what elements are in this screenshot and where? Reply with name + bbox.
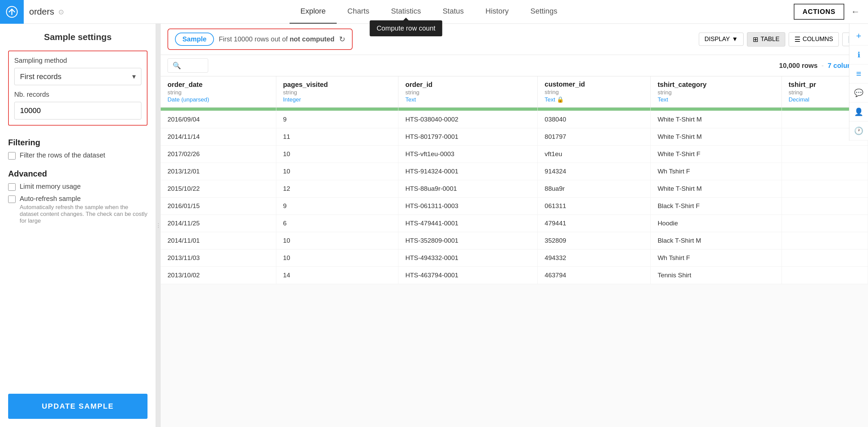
cell-customer_id: 801797: [538, 128, 651, 146]
dataset-name: orders: [29, 6, 54, 17]
brand-icon[interactable]: [0, 0, 24, 24]
tab-explore[interactable]: Explore: [290, 0, 337, 24]
actions-button[interactable]: ACTIONS: [794, 4, 844, 20]
col-header-tshirt-category: tshirt_category string Text: [651, 76, 782, 108]
cell-customer_id: 038040: [538, 111, 651, 128]
table-header-row: order_date string Date (unparsed) pages_…: [161, 76, 868, 108]
cell-tshirt_pr: [782, 267, 868, 284]
sample-bar: Sample First 10000 rows out of not compu…: [161, 24, 868, 55]
table-grid-icon: ⊞: [753, 35, 758, 43]
sample-bar-border: Sample First 10000 rows out of not compu…: [167, 29, 353, 50]
user-icon-btn[interactable]: 👤: [849, 103, 868, 122]
chat-icon-btn[interactable]: 💬: [849, 83, 868, 103]
table-row: 2015/10/2212HTS-88ua9r-000188ua9rWhite T…: [161, 180, 868, 198]
filter-cell-4: [538, 108, 651, 111]
sample-badge[interactable]: Sample: [175, 33, 214, 46]
filter-rows-checkbox[interactable]: [8, 152, 16, 160]
limit-memory-checkbox[interactable]: [8, 183, 16, 191]
auto-refresh-sublabel: Automatically refresh the sample when th…: [20, 204, 147, 224]
top-nav: orders ⊙ Explore Charts Statistics Compu…: [0, 0, 868, 24]
cell-order_id: HTS-061311-0003: [398, 198, 538, 215]
cell-tshirt_pr: [782, 198, 868, 215]
cell-order_id: HTS-801797-0001: [398, 128, 538, 146]
sample-info-text: First 10000 rows out of not computed: [219, 35, 334, 43]
cell-order_date: 2014/11/14: [161, 128, 276, 146]
cell-pages_visited: 10: [276, 163, 398, 180]
cell-tshirt_category: Wh Tshirt F: [651, 163, 782, 180]
add-icon-btn[interactable]: +: [849, 26, 868, 45]
back-button[interactable]: ←: [851, 6, 860, 17]
cell-pages_visited: 10: [276, 249, 398, 267]
auto-refresh-label: Auto-refresh sample: [20, 195, 147, 203]
filtering-title: Filtering: [8, 138, 147, 147]
cell-tshirt_category: White T-Shirt F: [651, 146, 782, 163]
table-row: 2014/11/0110HTS-352809-0001352809Black T…: [161, 232, 868, 249]
cell-tshirt_pr: [782, 249, 868, 267]
table-row: 2013/10/0214HTS-463794-0001463794Tennis …: [161, 267, 868, 284]
toolbar-right-controls: DISPLAY ▼ ⊞ TABLE ☰ COLUMNS 📊: [699, 32, 861, 47]
cell-tshirt_category: Wh Tshirt F: [651, 249, 782, 267]
cell-tshirt_pr: [782, 163, 868, 180]
dataset-refresh-icon[interactable]: ⊙: [58, 8, 64, 16]
table-row: 2014/11/256HTS-479441-0001479441Hoodie: [161, 215, 868, 232]
refresh-icon[interactable]: ↻: [339, 35, 345, 44]
data-table-wrapper: order_date string Date (unparsed) pages_…: [161, 76, 868, 427]
panel-title: Sample settings: [8, 32, 147, 42]
cell-pages_visited: 10: [276, 146, 398, 163]
cell-tshirt_pr: [782, 215, 868, 232]
table-row: 2017/02/2610HTS-vft1eu-0003vft1euWhite T…: [161, 146, 868, 163]
table-body: 2016/09/049HTS-038040-0002038040White T-…: [161, 111, 868, 284]
cell-tshirt_pr: [782, 146, 868, 163]
cell-tshirt_category: Tennis Shirt: [651, 267, 782, 284]
auto-refresh-checkbox[interactable]: [8, 196, 16, 203]
cell-customer_id: 463794: [538, 267, 651, 284]
cell-order_date: 2016/09/04: [161, 111, 276, 128]
display-button[interactable]: DISPLAY ▼: [699, 33, 744, 46]
tab-settings[interactable]: Settings: [519, 0, 568, 24]
cell-customer_id: 88ua9r: [538, 180, 651, 198]
auto-refresh-row: Auto-refresh sample Automatically refres…: [8, 195, 147, 224]
sampling-method-select[interactable]: First records Random Stratified: [15, 68, 141, 85]
cell-order_date: 2013/12/01: [161, 163, 276, 180]
table-row: 2014/11/1411HTS-801797-0001801797White T…: [161, 128, 868, 146]
limit-memory-label: Limit memory usage: [20, 183, 81, 190]
cell-order_id: HTS-479441-0001: [398, 215, 538, 232]
nb-records-input[interactable]: [14, 102, 141, 119]
search-toolbar: 🔍 10,000 rows - 7 columns: [161, 55, 868, 76]
cell-pages_visited: 10: [276, 232, 398, 249]
cell-tshirt_category: Black T-Shirt F: [651, 198, 782, 215]
cell-order_date: 2014/11/01: [161, 232, 276, 249]
filter-cell-2: [276, 108, 398, 111]
info-icon-btn[interactable]: ℹ: [849, 45, 868, 64]
sampling-method-select-wrapper: First records Random Stratified ▼: [14, 68, 141, 85]
tab-statistics[interactable]: Statistics Compute row count: [380, 0, 432, 24]
cell-order_id: HTS-494332-0001: [398, 249, 538, 267]
filter-rows-label: Filter the rows of the dataset: [20, 151, 105, 159]
list-icon-btn[interactable]: ≡: [849, 64, 868, 83]
columns-lines-icon: ☰: [794, 35, 801, 43]
table-button[interactable]: ⊞ TABLE: [747, 32, 785, 47]
cell-pages_visited: 9: [276, 111, 398, 128]
filter-rows-row: Filter the rows of the dataset: [8, 151, 147, 160]
cell-tshirt_category: Hoodie: [651, 215, 782, 232]
nav-tabs: Explore Charts Statistics Compute row co…: [64, 0, 794, 24]
cell-order_date: 2016/01/15: [161, 198, 276, 215]
cell-customer_id: 914324: [538, 163, 651, 180]
table-row: 2016/09/049HTS-038040-0002038040White T-…: [161, 111, 868, 128]
cell-tshirt_pr: [782, 232, 868, 249]
col-header-customer-id: customer_id string Text 🔒: [538, 76, 651, 108]
clock-icon-btn[interactable]: 🕐: [849, 122, 868, 141]
cell-pages_visited: 9: [276, 198, 398, 215]
filter-row: [161, 108, 868, 111]
panel-divider: ⋮: [156, 24, 161, 427]
col-header-pages-visited: pages_visited string Integer: [276, 76, 398, 108]
filter-cell-5: [651, 108, 782, 111]
cell-pages_visited: 11: [276, 128, 398, 146]
columns-button[interactable]: ☰ COLUMNS: [789, 32, 839, 47]
update-sample-button[interactable]: UPDATE SAMPLE: [8, 394, 147, 419]
tab-history[interactable]: History: [475, 0, 519, 24]
cell-customer_id: 352809: [538, 232, 651, 249]
search-icon: 🔍: [173, 61, 181, 70]
compute-row-count-tooltip: Compute row count: [370, 20, 442, 36]
search-box[interactable]: 🔍: [167, 58, 208, 73]
